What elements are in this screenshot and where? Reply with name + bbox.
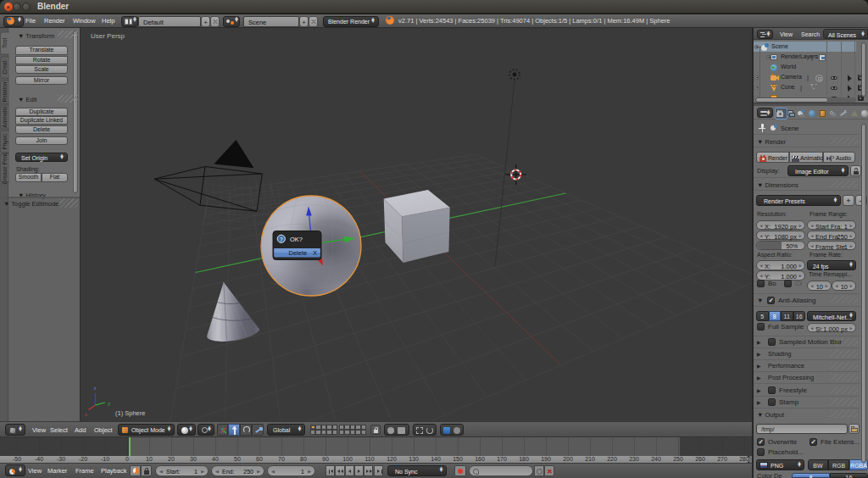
svg-text:x: x	[85, 412, 87, 417]
svg-text:z: z	[94, 386, 97, 391]
svg-text:Tool: Tool	[2, 37, 8, 47]
svg-text:Grease Penc: Grease Penc	[2, 152, 8, 185]
svg-text:Animatio: Animatio	[2, 106, 8, 128]
svg-text:y: y	[108, 401, 110, 406]
svg-text:Delete: Delete	[289, 249, 308, 257]
svg-text:Physic: Physic	[2, 133, 8, 150]
svg-text:?: ?	[280, 236, 283, 242]
svg-text:Creat: Creat	[2, 60, 8, 74]
svg-text:Relation: Relation	[2, 81, 8, 102]
svg-text:X: X	[313, 249, 317, 257]
svg-text:OK?: OK?	[290, 236, 303, 243]
